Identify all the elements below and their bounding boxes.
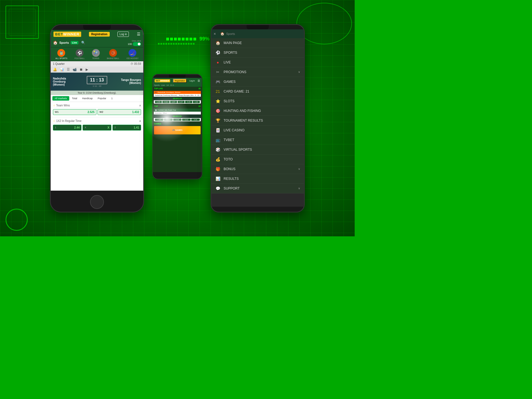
- right-home-icon: 🏠: [220, 32, 224, 36]
- mid-odd-3[interactable]: 1.87: [170, 101, 177, 103]
- mid-odd2-3[interactable]: 1.19: [173, 119, 182, 121]
- collapse-icon[interactable]: ∧: [139, 104, 141, 107]
- bonus-label: BONUS: [224, 167, 295, 171]
- match-time: 05:59: [134, 62, 141, 65]
- menu-item-support[interactable]: 💬 SUPPORT ∨: [211, 184, 304, 193]
- odds-x[interactable]: X X: [83, 125, 111, 131]
- mid-odd2-2[interactable]: 4.44: [164, 119, 173, 121]
- odds-w2[interactable]: W2 1.432: [98, 109, 141, 115]
- list-icon[interactable]: ☰: [67, 68, 70, 71]
- menu-item-hunting[interactable]: 🎯 HUNTING AND FISHING: [211, 106, 304, 116]
- ice-hockey-label: ICE HOCKEY: [127, 57, 139, 59]
- sports-label[interactable]: Sports: [59, 41, 69, 44]
- menu-item-games[interactable]: 🎮 GAMES: [211, 77, 304, 87]
- mid-odd2-5[interactable]: 2.10: [191, 119, 200, 121]
- support-label: SUPPORT: [224, 186, 295, 190]
- sport-ice-hockey[interactable]: 🏒 ICE HOCKEY: [127, 49, 139, 59]
- live-badge[interactable]: Live: [71, 41, 78, 44]
- mid-card2-odds: 1.96 4.44 1.19 1.12 2.10: [154, 118, 201, 121]
- menu-item-live-casino[interactable]: 🃏 LIVE CASINO: [211, 126, 304, 135]
- close-menu-button[interactable]: ×: [214, 32, 216, 36]
- mid-odd2-4[interactable]: 1.12: [182, 119, 191, 121]
- odds-1[interactable]: 1 2.44: [53, 125, 81, 131]
- mid-games-banner[interactable]: 🎮 GAMES: [154, 126, 201, 134]
- ice-hockey-icon: 🏒: [129, 49, 136, 57]
- card-game-label: CARD GAME: 21: [224, 89, 300, 93]
- collapse-1x2-icon[interactable]: ∧: [139, 119, 141, 122]
- registration-button[interactable]: Registration: [89, 32, 109, 37]
- menu-item-main-page[interactable]: 🏠 MAIN PAGE: [211, 38, 304, 48]
- sport-basketball[interactable]: 🏀 BASKETBALL: [107, 49, 119, 59]
- tour-info: Tour 9. CCM Orenburg (Orenburg).: [51, 91, 143, 95]
- tab-handicap[interactable]: Handicap: [80, 96, 95, 101]
- one-click-value: 100: [128, 43, 132, 45]
- menu-item-card-game[interactable]: 21 CARD GAME: 21: [211, 87, 304, 96]
- phone-right-screen: × 🏠 Sports 🏠 MAIN PAGE ⚽ SPORTS ● LIVE: [211, 29, 304, 207]
- right-sports-text: Sports: [226, 32, 235, 35]
- menu-item-toto[interactable]: 💰 TOTO: [211, 155, 304, 164]
- menu-item-tournament[interactable]: 🏆 TOURNAMENT RESULTS: [211, 116, 304, 126]
- menu-item-tvbet[interactable]: 📺 TVBET: [211, 135, 304, 145]
- phone-left-home-btn[interactable]: [90, 195, 104, 209]
- odds-w1[interactable]: W1 2.525: [53, 109, 96, 115]
- mid-odd-4[interactable]: 1.27: [178, 101, 185, 103]
- search-icon[interactable]: 🔍: [81, 41, 85, 45]
- side-menu-list: 🏠 MAIN PAGE ⚽ SPORTS ● LIVE ✂ PROMOTIONS…: [211, 38, 304, 193]
- menu-item-bonus[interactable]: 🎁 BONUS ∨: [211, 164, 304, 174]
- mid-odd-5[interactable]: 4.20: [185, 101, 192, 103]
- video-icon[interactable]: 📹: [73, 68, 77, 71]
- market-title-text: ☆ Team Wins: [53, 104, 70, 107]
- mid-odd-1[interactable]: 1.45: [155, 101, 162, 103]
- games-label: GAMES: [224, 80, 300, 84]
- phone-left-notch: [83, 25, 111, 30]
- clock-icon: ⏱: [131, 62, 133, 65]
- tab-1[interactable]: 1: [109, 96, 115, 101]
- card-game-icon: 21: [215, 89, 220, 94]
- stop-icon[interactable]: ⏹: [80, 68, 83, 71]
- menu-item-live[interactable]: ● LIVE: [211, 58, 304, 67]
- mid-odd2-1[interactable]: 1.96: [155, 119, 163, 121]
- promotions-icon: ✂: [215, 70, 220, 74]
- match-action-icons: 🔔 📊 ☰ 📹 ⏹ ▶: [51, 66, 143, 73]
- score-sub: 1 11 : 13: [87, 85, 107, 87]
- tennis-icon: 🎾: [92, 49, 100, 57]
- menu-item-results[interactable]: 📊 RESULTS: [211, 174, 304, 184]
- mid-app-header: BETWINNER Registration Log in ☰: [153, 78, 202, 84]
- tennis-label: TENNIS: [92, 57, 99, 59]
- menu-item-virtual-sports[interactable]: 🎲 VIRTUAL SPORTS: [211, 145, 304, 155]
- play-icon[interactable]: ▶: [86, 68, 88, 71]
- tab-popular[interactable]: Popular: [96, 96, 109, 101]
- market-1x2-text: ☆ 1X2 In Regular Time: [53, 119, 81, 122]
- mid-menu-icon[interactable]: ☰: [198, 79, 200, 82]
- phones-container: BETWINNER Registration Log in ☰ 🏠 Sports…: [0, 0, 355, 236]
- sport-football[interactable]: ⚽ FOOTBALL: [75, 49, 85, 59]
- tab-all-markets[interactable]: All markets: [52, 96, 69, 101]
- tab-total[interactable]: Total: [70, 96, 80, 101]
- mid-login-btn[interactable]: Log in: [190, 80, 195, 82]
- logo-winner: WINNER: [63, 32, 80, 36]
- home-icon[interactable]: 🏠: [53, 40, 58, 45]
- login-button[interactable]: Log in: [117, 32, 129, 37]
- hunting-icon: 🎯: [215, 109, 220, 113]
- sport-tennis[interactable]: 🎾 TENNIS: [92, 49, 100, 59]
- virtual-sports-label: VIRTUAL SPORTS: [224, 148, 300, 152]
- mid-odd-6[interactable]: 1.30: [193, 101, 200, 103]
- stats-icon[interactable]: 📊: [60, 68, 64, 71]
- one-click-toggle[interactable]: [133, 42, 141, 46]
- match-timer: ⏱ 05:59: [131, 62, 141, 65]
- odds-2[interactable]: 2 1.41: [112, 125, 141, 131]
- bell-icon[interactable]: 🔔: [53, 68, 57, 71]
- mid-odd-2[interactable]: 4.10: [162, 101, 169, 103]
- menu-item-promotions[interactable]: ✂ PROMOTIONS ∨: [211, 67, 304, 77]
- mid-registration-button[interactable]: Registration: [173, 79, 186, 83]
- match-scores-area: Nadezhda Orenburg (Women) 11 : 13 1 11 :…: [51, 73, 143, 91]
- mid-top2-count: 29: [198, 105, 201, 107]
- market-team-wins-title: ☆ Team Wins ∧: [53, 103, 141, 108]
- all-sports-icon: 🎽: [57, 49, 65, 57]
- sport-all[interactable]: 🎽 ALL SPORTS: [55, 49, 67, 59]
- menu-icon[interactable]: ☰: [137, 32, 140, 36]
- virtual-sports-icon: 🎲: [215, 147, 220, 152]
- menu-item-sports[interactable]: ⚽ SPORTS: [211, 48, 304, 58]
- menu-item-slots[interactable]: ⭐ SLOTS: [211, 96, 304, 106]
- market-team-wins: ☆ Team Wins ∧ W1 2.525 W2 1.432: [51, 102, 143, 117]
